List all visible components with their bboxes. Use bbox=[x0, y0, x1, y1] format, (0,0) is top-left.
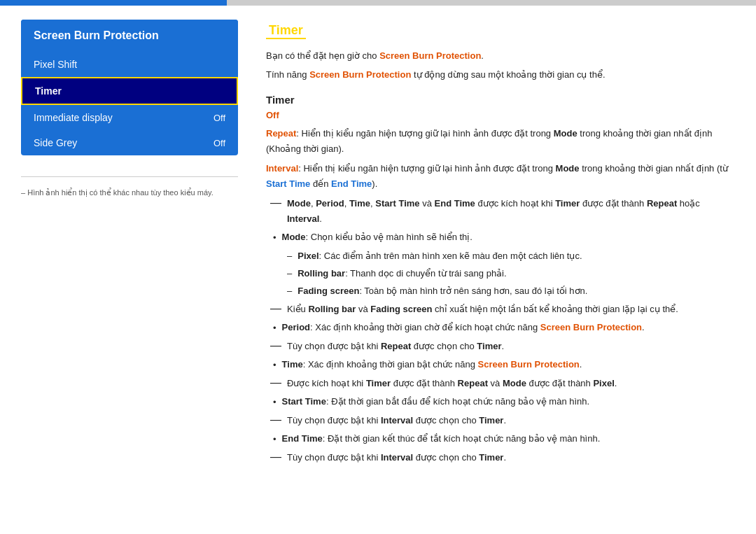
section-timer-heading: Timer bbox=[266, 94, 735, 106]
bullet-time: • Time: Xác định khoảng thời gian bật ch… bbox=[266, 357, 735, 373]
note-starttime-interval: — Tùy chọn được bật khi Interval được ch… bbox=[266, 413, 735, 428]
status-off: Off bbox=[266, 110, 735, 120]
sidebar-item-immediate-display[interactable]: Immediate display Off bbox=[21, 105, 238, 130]
sidebar-item-immediate-display-value: Off bbox=[214, 113, 225, 123]
intro-line-1: Bạn có thể đặt hẹn giờ cho Screen Burn P… bbox=[266, 49, 735, 64]
note-time-pixel: — Được kích hoạt khi Timer được đặt thàn… bbox=[266, 376, 735, 391]
bullet-mode: • Mode: Chọn kiểu bảo vệ màn hình sẽ hiể… bbox=[266, 230, 735, 246]
bullet-end-time: • End Time: Đặt thời gian kết thúc để tắ… bbox=[266, 431, 735, 447]
note-endtime-interval: — Tùy chọn được bật khi Interval được ch… bbox=[266, 450, 735, 465]
sidebar-title: Screen Burn Protection bbox=[21, 20, 238, 52]
content-body: Repeat: Hiển thị kiểu ngăn hiện tượng gi… bbox=[266, 126, 735, 466]
content-area: Timer Bạn có thể đặt hẹn giờ cho Screen … bbox=[266, 20, 735, 520]
sidebar-item-side-grey-value: Off bbox=[214, 138, 225, 148]
repeat-paragraph: Repeat: Hiển thị kiểu ngăn hiện tượng gi… bbox=[266, 126, 735, 157]
sidebar-item-timer-label: Timer bbox=[35, 85, 62, 97]
sidebar-item-side-grey-label: Side Grey bbox=[34, 137, 77, 148]
note-period-repeat: — Tùy chọn được bật khi Repeat được chọn… bbox=[266, 339, 735, 354]
note-rolling-fading: — Kiểu Rolling bar và Fading screen chỉ … bbox=[266, 302, 735, 317]
sub-fading-screen: – Fading screen: Toàn bộ màn hình trở nê… bbox=[266, 283, 735, 299]
sub-pixel: – Pixel: Các điểm ảnh trên màn hình xen … bbox=[266, 248, 735, 264]
note-mode-period: — Mode, Period, Time, Start Time và End … bbox=[266, 196, 735, 227]
intro-line-2: Tính năng Screen Burn Protection tự động… bbox=[266, 68, 735, 83]
sidebar-note-text: – Hình ảnh hiển thị có thể khác nhau tùy… bbox=[21, 188, 238, 197]
sidebar-item-pixel-shift-label: Pixel Shift bbox=[34, 59, 77, 70]
sidebar-note: – Hình ảnh hiển thị có thể khác nhau tùy… bbox=[21, 176, 238, 197]
top-bar bbox=[0, 0, 756, 6]
bullet-period: • Period: Xác định khoảng thời gian chờ … bbox=[266, 320, 735, 336]
sidebar-menu: Screen Burn Protection Pixel Shift Timer… bbox=[21, 20, 238, 155]
content-title: Timer bbox=[266, 23, 306, 39]
sub-rolling-bar: – Rolling bar: Thanh dọc di chuyển từ tr… bbox=[266, 266, 735, 281]
sidebar-item-immediate-display-label: Immediate display bbox=[34, 112, 113, 123]
interval-paragraph: Interval: Hiển thị kiểu ngăn hiện tượng … bbox=[266, 161, 735, 192]
main-container: Screen Burn Protection Pixel Shift Timer… bbox=[0, 6, 756, 534]
sidebar-item-timer[interactable]: Timer bbox=[21, 77, 238, 105]
sidebar: Screen Burn Protection Pixel Shift Timer… bbox=[21, 20, 238, 520]
sidebar-item-pixel-shift[interactable]: Pixel Shift bbox=[21, 52, 238, 77]
bullet-start-time: • Start Time: Đặt thời gian bắt đầu để k… bbox=[266, 394, 735, 410]
sidebar-item-side-grey[interactable]: Side Grey Off bbox=[21, 130, 238, 155]
